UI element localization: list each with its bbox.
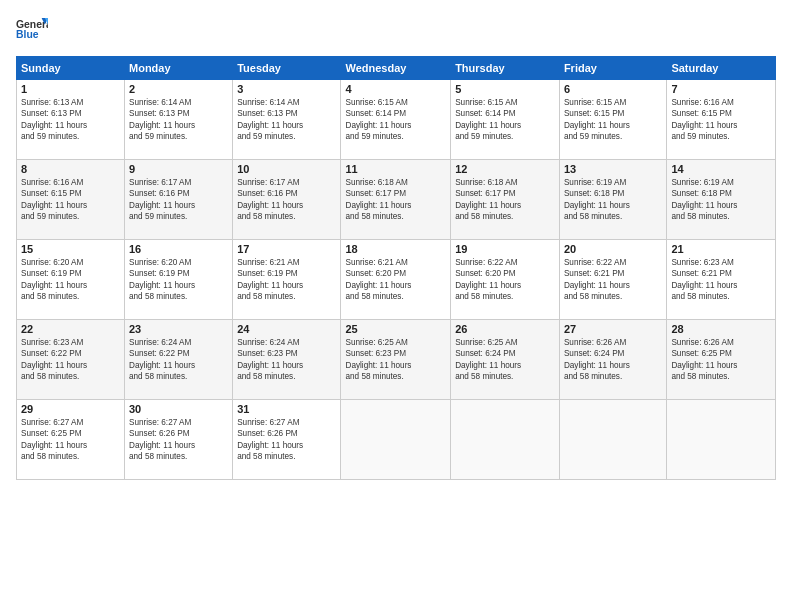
day-number: 4 <box>345 83 446 95</box>
table-row: 19Sunrise: 6:22 AMSunset: 6:20 PMDayligh… <box>451 240 560 320</box>
table-row: 13Sunrise: 6:19 AMSunset: 6:18 PMDayligh… <box>559 160 666 240</box>
day-number: 23 <box>129 323 228 335</box>
day-number: 26 <box>455 323 555 335</box>
table-row <box>341 400 451 480</box>
table-row <box>667 400 776 480</box>
day-number: 3 <box>237 83 336 95</box>
day-info: Sunrise: 6:19 AMSunset: 6:18 PMDaylight:… <box>671 177 771 223</box>
day-info: Sunrise: 6:22 AMSunset: 6:21 PMDaylight:… <box>564 257 662 303</box>
col-friday: Friday <box>559 57 666 80</box>
col-saturday: Saturday <box>667 57 776 80</box>
day-number: 18 <box>345 243 446 255</box>
day-number: 25 <box>345 323 446 335</box>
table-row: 15Sunrise: 6:20 AMSunset: 6:19 PMDayligh… <box>17 240 125 320</box>
table-row: 9Sunrise: 6:17 AMSunset: 6:16 PMDaylight… <box>125 160 233 240</box>
day-number: 10 <box>237 163 336 175</box>
general-blue-icon: General Blue <box>16 16 48 44</box>
day-number: 17 <box>237 243 336 255</box>
day-number: 12 <box>455 163 555 175</box>
day-number: 21 <box>671 243 771 255</box>
table-row: 8Sunrise: 6:16 AMSunset: 6:15 PMDaylight… <box>17 160 125 240</box>
day-info: Sunrise: 6:15 AMSunset: 6:15 PMDaylight:… <box>564 97 662 143</box>
day-number: 11 <box>345 163 446 175</box>
table-row: 6Sunrise: 6:15 AMSunset: 6:15 PMDaylight… <box>559 80 666 160</box>
table-row <box>451 400 560 480</box>
day-info: Sunrise: 6:23 AMSunset: 6:21 PMDaylight:… <box>671 257 771 303</box>
day-info: Sunrise: 6:27 AMSunset: 6:26 PMDaylight:… <box>129 417 228 463</box>
day-number: 14 <box>671 163 771 175</box>
day-info: Sunrise: 6:15 AMSunset: 6:14 PMDaylight:… <box>345 97 446 143</box>
table-row: 29Sunrise: 6:27 AMSunset: 6:25 PMDayligh… <box>17 400 125 480</box>
calendar-table: Sunday Monday Tuesday Wednesday Thursday… <box>16 56 776 480</box>
col-thursday: Thursday <box>451 57 560 80</box>
table-row: 4Sunrise: 6:15 AMSunset: 6:14 PMDaylight… <box>341 80 451 160</box>
day-info: Sunrise: 6:27 AMSunset: 6:26 PMDaylight:… <box>237 417 336 463</box>
day-number: 5 <box>455 83 555 95</box>
table-row: 21Sunrise: 6:23 AMSunset: 6:21 PMDayligh… <box>667 240 776 320</box>
day-number: 7 <box>671 83 771 95</box>
day-number: 24 <box>237 323 336 335</box>
day-info: Sunrise: 6:23 AMSunset: 6:22 PMDaylight:… <box>21 337 120 383</box>
day-number: 20 <box>564 243 662 255</box>
col-wednesday: Wednesday <box>341 57 451 80</box>
calendar-header-row: Sunday Monday Tuesday Wednesday Thursday… <box>17 57 776 80</box>
day-number: 9 <box>129 163 228 175</box>
col-tuesday: Tuesday <box>233 57 341 80</box>
table-row: 5Sunrise: 6:15 AMSunset: 6:14 PMDaylight… <box>451 80 560 160</box>
day-info: Sunrise: 6:16 AMSunset: 6:15 PMDaylight:… <box>21 177 120 223</box>
table-row: 23Sunrise: 6:24 AMSunset: 6:22 PMDayligh… <box>125 320 233 400</box>
table-row: 30Sunrise: 6:27 AMSunset: 6:26 PMDayligh… <box>125 400 233 480</box>
table-row: 20Sunrise: 6:22 AMSunset: 6:21 PMDayligh… <box>559 240 666 320</box>
table-row: 10Sunrise: 6:17 AMSunset: 6:16 PMDayligh… <box>233 160 341 240</box>
day-number: 29 <box>21 403 120 415</box>
day-number: 6 <box>564 83 662 95</box>
day-number: 2 <box>129 83 228 95</box>
table-row <box>559 400 666 480</box>
day-info: Sunrise: 6:18 AMSunset: 6:17 PMDaylight:… <box>345 177 446 223</box>
day-info: Sunrise: 6:25 AMSunset: 6:23 PMDaylight:… <box>345 337 446 383</box>
table-row: 27Sunrise: 6:26 AMSunset: 6:24 PMDayligh… <box>559 320 666 400</box>
table-row: 12Sunrise: 6:18 AMSunset: 6:17 PMDayligh… <box>451 160 560 240</box>
day-number: 16 <box>129 243 228 255</box>
day-info: Sunrise: 6:21 AMSunset: 6:20 PMDaylight:… <box>345 257 446 303</box>
day-number: 22 <box>21 323 120 335</box>
day-number: 13 <box>564 163 662 175</box>
day-number: 19 <box>455 243 555 255</box>
day-info: Sunrise: 6:17 AMSunset: 6:16 PMDaylight:… <box>237 177 336 223</box>
table-row: 18Sunrise: 6:21 AMSunset: 6:20 PMDayligh… <box>341 240 451 320</box>
calendar-week-row: 8Sunrise: 6:16 AMSunset: 6:15 PMDaylight… <box>17 160 776 240</box>
day-number: 28 <box>671 323 771 335</box>
header: General Blue <box>16 16 776 44</box>
day-info: Sunrise: 6:14 AMSunset: 6:13 PMDaylight:… <box>237 97 336 143</box>
day-number: 8 <box>21 163 120 175</box>
table-row: 25Sunrise: 6:25 AMSunset: 6:23 PMDayligh… <box>341 320 451 400</box>
day-info: Sunrise: 6:22 AMSunset: 6:20 PMDaylight:… <box>455 257 555 303</box>
day-info: Sunrise: 6:15 AMSunset: 6:14 PMDaylight:… <box>455 97 555 143</box>
table-row: 11Sunrise: 6:18 AMSunset: 6:17 PMDayligh… <box>341 160 451 240</box>
day-info: Sunrise: 6:24 AMSunset: 6:22 PMDaylight:… <box>129 337 228 383</box>
day-info: Sunrise: 6:18 AMSunset: 6:17 PMDaylight:… <box>455 177 555 223</box>
day-info: Sunrise: 6:14 AMSunset: 6:13 PMDaylight:… <box>129 97 228 143</box>
day-info: Sunrise: 6:19 AMSunset: 6:18 PMDaylight:… <box>564 177 662 223</box>
svg-text:Blue: Blue <box>16 29 39 40</box>
day-info: Sunrise: 6:20 AMSunset: 6:19 PMDaylight:… <box>129 257 228 303</box>
table-row: 7Sunrise: 6:16 AMSunset: 6:15 PMDaylight… <box>667 80 776 160</box>
table-row: 24Sunrise: 6:24 AMSunset: 6:23 PMDayligh… <box>233 320 341 400</box>
col-sunday: Sunday <box>17 57 125 80</box>
day-number: 15 <box>21 243 120 255</box>
day-number: 30 <box>129 403 228 415</box>
day-info: Sunrise: 6:13 AMSunset: 6:13 PMDaylight:… <box>21 97 120 143</box>
calendar-week-row: 29Sunrise: 6:27 AMSunset: 6:25 PMDayligh… <box>17 400 776 480</box>
day-info: Sunrise: 6:26 AMSunset: 6:24 PMDaylight:… <box>564 337 662 383</box>
table-row: 16Sunrise: 6:20 AMSunset: 6:19 PMDayligh… <box>125 240 233 320</box>
day-info: Sunrise: 6:16 AMSunset: 6:15 PMDaylight:… <box>671 97 771 143</box>
day-info: Sunrise: 6:17 AMSunset: 6:16 PMDaylight:… <box>129 177 228 223</box>
table-row: 14Sunrise: 6:19 AMSunset: 6:18 PMDayligh… <box>667 160 776 240</box>
calendar-week-row: 1Sunrise: 6:13 AMSunset: 6:13 PMDaylight… <box>17 80 776 160</box>
day-info: Sunrise: 6:27 AMSunset: 6:25 PMDaylight:… <box>21 417 120 463</box>
table-row: 1Sunrise: 6:13 AMSunset: 6:13 PMDaylight… <box>17 80 125 160</box>
day-info: Sunrise: 6:26 AMSunset: 6:25 PMDaylight:… <box>671 337 771 383</box>
table-row: 3Sunrise: 6:14 AMSunset: 6:13 PMDaylight… <box>233 80 341 160</box>
table-row: 26Sunrise: 6:25 AMSunset: 6:24 PMDayligh… <box>451 320 560 400</box>
day-info: Sunrise: 6:24 AMSunset: 6:23 PMDaylight:… <box>237 337 336 383</box>
